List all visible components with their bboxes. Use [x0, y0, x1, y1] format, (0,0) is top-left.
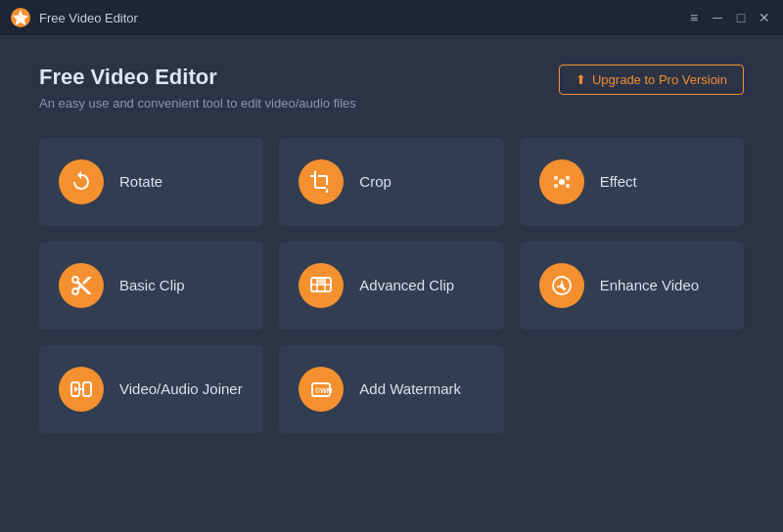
feature-card-rotate[interactable]: Rotate [39, 138, 263, 226]
crop-icon-circle [299, 159, 344, 204]
minimize-button[interactable]: ─ [709, 9, 726, 26]
add-watermark-label: Add Watermark [359, 379, 461, 399]
menu-button[interactable]: ≡ [685, 9, 703, 26]
rotate-icon [69, 170, 93, 194]
feature-card-enhance-video[interactable]: Enhance Video [520, 242, 744, 330]
enhance-icon-circle [539, 263, 584, 308]
enhance-video-label: Enhance Video [600, 276, 699, 295]
upgrade-label: Upgrade to Pro Versioin [592, 72, 727, 87]
svg-point-5 [553, 184, 557, 188]
app-subtitle: An easy use and convenient tool to edit … [39, 96, 356, 111]
app-title: Free Video Editor [39, 65, 356, 90]
titlebar-title: Free Video Editor [39, 11, 138, 25]
joiner-icon-circle [59, 367, 104, 412]
svg-text:©WM: ©WM [315, 387, 333, 394]
advanced-clip-label: Advanced Clip [359, 276, 454, 295]
app-logo-icon [10, 7, 31, 28]
svg-point-2 [559, 179, 565, 185]
scissors-icon [69, 274, 93, 297]
upgrade-button[interactable]: ⬆ Upgrade to Pro Versioin [559, 65, 744, 95]
crop-icon [309, 170, 333, 194]
feature-card-video-audio-joiner[interactable]: Video/Audio Joiner [39, 345, 263, 433]
feature-card-effect[interactable]: Effect [520, 138, 744, 226]
feature-card-add-watermark[interactable]: ©WM Add Watermark [279, 345, 503, 433]
video-audio-joiner-label: Video/Audio Joiner [119, 379, 243, 399]
feature-card-basic-clip[interactable]: Basic Clip [39, 242, 263, 330]
enhance-icon [550, 274, 574, 297]
svg-marker-17 [74, 386, 78, 392]
effect-icon-circle [539, 159, 584, 204]
rotate-label: Rotate [119, 172, 162, 192]
svg-point-13 [560, 284, 564, 288]
rotate-icon-circle [59, 159, 104, 204]
basic-clip-label: Basic Clip [119, 276, 185, 295]
advanced-clip-icon [309, 274, 333, 297]
titlebar: Free Video Editor ≡ ─ □ ✕ [0, 0, 783, 35]
app-header: Free Video Editor An easy use and conven… [39, 65, 744, 111]
feature-grid: Rotate Crop Effect [39, 138, 744, 433]
feature-card-advanced-clip[interactable]: Advanced Clip [279, 242, 503, 330]
svg-rect-11 [318, 279, 324, 284]
upgrade-icon: ⬆ [576, 72, 586, 87]
close-button[interactable]: ✕ [756, 9, 773, 26]
joiner-icon [69, 377, 93, 401]
header-text-block: Free Video Editor An easy use and conven… [39, 65, 356, 111]
maximize-button[interactable]: □ [732, 9, 750, 26]
titlebar-controls: ≡ ─ □ ✕ [685, 9, 773, 26]
feature-card-crop[interactable]: Crop [279, 138, 503, 226]
effect-label: Effect [600, 172, 637, 192]
titlebar-left: Free Video Editor [10, 7, 138, 28]
watermark-icon-circle: ©WM [299, 367, 344, 412]
main-content: Free Video Editor An easy use and conven… [0, 35, 783, 463]
svg-point-4 [565, 176, 569, 180]
basic-clip-icon-circle [59, 263, 104, 308]
svg-rect-15 [83, 382, 91, 396]
svg-point-6 [565, 184, 569, 188]
advanced-clip-icon-circle [299, 263, 344, 308]
watermark-icon: ©WM [309, 377, 333, 401]
crop-label: Crop [359, 172, 392, 192]
svg-point-3 [553, 176, 557, 180]
effect-icon [550, 170, 574, 194]
